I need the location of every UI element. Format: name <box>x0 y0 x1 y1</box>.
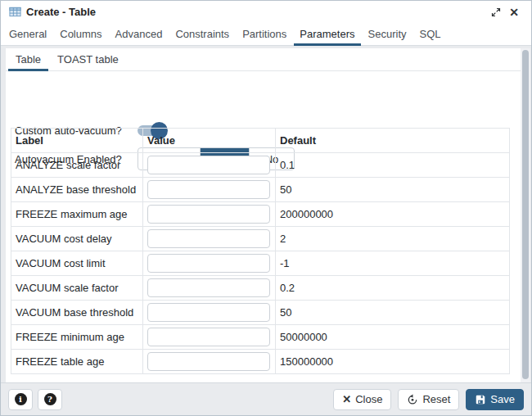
parameters-panel: TableTOAST table Custom auto-vacuum? Aut… <box>6 48 521 383</box>
dialog-title: Create - Table <box>26 6 487 18</box>
help-button[interactable]: ? <box>38 389 62 410</box>
row-value-cell <box>143 153 276 178</box>
row-label: VACUUM base threshold <box>11 301 143 325</box>
tab-columns[interactable]: Columns <box>53 23 108 45</box>
row-value-cell <box>143 251 276 276</box>
row-value-cell <box>143 350 276 374</box>
row-default: 0.2 <box>276 276 510 301</box>
row-value-cell <box>143 276 276 301</box>
column-header-label: Label <box>11 129 143 153</box>
footer-bar: i ? ✕ Close Reset <box>1 382 531 415</box>
table-row: ANALYZE base threshold50 <box>11 178 510 202</box>
table-grid-icon <box>9 6 21 18</box>
value-input[interactable] <box>147 278 270 297</box>
vertical-scrollbar[interactable] <box>521 48 530 383</box>
reset-button[interactable]: Reset <box>398 389 459 410</box>
row-default: 0.1 <box>276 153 510 178</box>
row-default: 50 <box>276 178 510 202</box>
reset-icon <box>407 394 418 405</box>
row-value-cell <box>143 325 276 350</box>
close-button-label: Close <box>355 393 382 405</box>
value-input[interactable] <box>147 254 270 273</box>
create-table-dialog: Create - Table ✕ GeneralColumnsAdvancedC… <box>0 0 532 416</box>
subtab-table[interactable]: Table <box>7 48 49 70</box>
main-tabbar: GeneralColumnsAdvancedConstraintsPartiti… <box>1 23 531 46</box>
save-button[interactable]: Save <box>466 389 524 410</box>
scrollbar-thumb[interactable] <box>522 50 529 379</box>
row-default: 50 <box>276 301 510 325</box>
subtab-toast-table[interactable]: TOAST table <box>49 48 127 70</box>
tab-advanced[interactable]: Advanced <box>109 23 169 45</box>
info-button[interactable]: i <box>8 389 33 410</box>
row-label: ANALYZE scale factor <box>11 153 143 178</box>
row-default: 150000000 <box>276 350 510 374</box>
row-default: 200000000 <box>276 202 510 227</box>
value-input[interactable] <box>147 303 270 322</box>
table-row: VACUUM cost delay2 <box>11 227 510 251</box>
table-row: VACUUM cost limit-1 <box>11 251 510 276</box>
table-row: FREEZE minimum age50000000 <box>11 325 510 350</box>
value-input[interactable] <box>147 205 270 224</box>
row-label: VACUUM cost delay <box>11 227 143 251</box>
value-input[interactable] <box>147 328 270 346</box>
row-value-cell <box>143 202 276 227</box>
tab-parameters[interactable]: Parameters <box>293 23 361 45</box>
row-default: 2 <box>276 227 510 251</box>
row-value-cell <box>143 178 276 202</box>
table-header-row: LabelValueDefault <box>11 129 510 153</box>
table-row: VACUUM base threshold50 <box>11 301 510 325</box>
row-label: FREEZE maximum age <box>11 202 143 227</box>
help-icon: ? <box>44 393 56 405</box>
row-value-cell <box>143 227 276 251</box>
tab-constraints[interactable]: Constraints <box>169 23 236 45</box>
sub-tabbar: TableTOAST table <box>6 48 521 71</box>
row-label: FREEZE table age <box>11 350 143 374</box>
expand-diagonal-icon[interactable] <box>487 4 505 20</box>
row-label: ANALYZE base threshold <box>11 178 143 202</box>
save-button-label: Save <box>490 393 515 405</box>
row-label: VACUUM scale factor <box>11 276 143 301</box>
tab-security[interactable]: Security <box>362 23 413 45</box>
row-value-cell <box>143 301 276 325</box>
value-input[interactable] <box>147 180 270 199</box>
value-input[interactable] <box>147 229 270 248</box>
row-label: FREEZE minimum age <box>11 325 143 350</box>
close-x-icon: ✕ <box>342 393 351 405</box>
tab-general[interactable]: General <box>2 23 53 45</box>
value-input[interactable] <box>147 156 270 174</box>
column-header-default: Default <box>276 129 510 153</box>
close-button[interactable]: ✕ Close <box>333 389 391 410</box>
tab-sql[interactable]: SQL <box>413 23 448 45</box>
table-row: ANALYZE scale factor0.1 <box>11 153 510 178</box>
row-default: 50000000 <box>276 325 510 350</box>
reset-button-label: Reset <box>422 393 450 405</box>
column-header-value: Value <box>143 129 276 153</box>
info-icon: i <box>15 393 27 405</box>
close-icon[interactable]: ✕ <box>505 4 523 20</box>
tab-partitions[interactable]: Partitions <box>236 23 293 45</box>
table-row: FREEZE table age150000000 <box>11 350 510 374</box>
row-label: VACUUM cost limit <box>11 251 143 276</box>
table-row: VACUUM scale factor0.2 <box>11 276 510 301</box>
dialog-titlebar: Create - Table ✕ <box>1 1 531 23</box>
parameters-table: LabelValueDefault ANALYZE scale factor0.… <box>11 128 510 374</box>
save-floppy-icon <box>475 394 486 405</box>
value-input[interactable] <box>147 352 270 371</box>
row-default: -1 <box>276 251 510 276</box>
table-row: FREEZE maximum age200000000 <box>11 202 510 227</box>
